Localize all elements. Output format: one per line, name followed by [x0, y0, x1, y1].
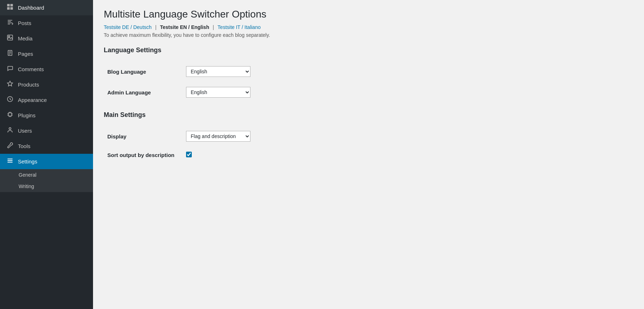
submenu-label-writing: Writing [19, 183, 34, 189]
sort-output-label: Sort output by description [107, 152, 175, 158]
sidebar-item-users[interactable]: Users [0, 123, 93, 138]
main-settings-heading: Main Settings [104, 111, 633, 119]
sidebar-item-tools[interactable]: Tools [0, 138, 93, 154]
svg-rect-8 [9, 113, 12, 116]
svg-rect-4 [8, 35, 13, 40]
dashboard-icon [6, 4, 14, 12]
sidebar-item-plugins[interactable]: Plugins [0, 108, 93, 123]
sidebar-item-posts[interactable]: Posts [0, 15, 93, 31]
sidebar-item-label: Media [18, 35, 33, 41]
sidebar-item-label: Tools [18, 143, 30, 149]
blog-language-row: Blog Language English Deutsch Italiano F… [104, 61, 633, 82]
site-link-en-current: Testsite EN / English [160, 24, 209, 30]
submenu-item-writing[interactable]: Writing [0, 181, 93, 192]
language-settings-heading: Language Settings [104, 46, 633, 54]
display-row: Display Flag and description Flag only D… [104, 126, 633, 147]
admin-language-row: Admin Language English Deutsch Italiano … [104, 82, 633, 103]
sidebar-item-media[interactable]: Media [0, 31, 93, 46]
svg-rect-1 [10, 4, 13, 6]
media-icon [6, 34, 14, 43]
svg-rect-2 [7, 7, 10, 10]
svg-rect-10 [8, 159, 13, 160]
sidebar-item-label: Appearance [18, 97, 47, 103]
submenu-label-general: General [19, 172, 36, 178]
display-select[interactable]: Flag and description Flag only Descripti… [186, 131, 250, 142]
settings-submenu: General Writing [0, 169, 93, 192]
main-settings-table: Display Flag and description Flag only D… [104, 126, 633, 163]
svg-rect-12 [8, 162, 13, 163]
svg-rect-11 [8, 160, 13, 161]
sidebar-item-label: Users [18, 128, 32, 134]
products-icon [6, 80, 14, 89]
display-label: Display [107, 133, 126, 139]
sidebar-item-label: Pages [18, 51, 33, 57]
sort-output-row: Sort output by description [104, 147, 633, 163]
sidebar-item-label: Posts [18, 20, 31, 26]
separator-1: | [155, 24, 158, 30]
language-settings-table: Blog Language English Deutsch Italiano F… [104, 61, 633, 103]
sidebar-item-settings[interactable]: Settings [0, 154, 93, 169]
comments-icon [6, 65, 14, 73]
tools-icon [6, 142, 14, 150]
site-link-it[interactable]: Testsite IT / Italiano [218, 24, 260, 30]
subtitle: To achieve maximum flexibility, you have… [104, 32, 633, 38]
sidebar-item-pages[interactable]: Pages [0, 46, 93, 62]
sidebar-item-products[interactable]: Products [0, 77, 93, 92]
site-links: Testsite DE / Deutsch | Testsite EN / En… [104, 24, 633, 30]
sidebar-item-label: Plugins [18, 112, 35, 118]
site-link-de[interactable]: Testsite DE / Deutsch [104, 24, 152, 30]
posts-icon [6, 19, 14, 27]
sidebar: Dashboard Posts Media Pages Comments Pro… [0, 0, 93, 309]
submenu-item-general[interactable]: General [0, 169, 93, 181]
svg-rect-3 [10, 7, 13, 10]
plugins-icon [6, 111, 14, 119]
pages-icon [6, 50, 14, 58]
sidebar-item-comments[interactable]: Comments [0, 62, 93, 77]
sidebar-item-label: Comments [18, 66, 44, 72]
sidebar-item-label: Dashboard [18, 5, 44, 11]
admin-language-label: Admin Language [107, 89, 151, 95]
blog-language-select[interactable]: English Deutsch Italiano Français Españo… [186, 66, 250, 77]
separator-2: | [213, 24, 216, 30]
settings-icon [6, 157, 14, 166]
admin-language-select[interactable]: English Deutsch Italiano Français Españo… [186, 87, 250, 98]
svg-rect-0 [7, 4, 10, 6]
sidebar-item-appearance[interactable]: Appearance [0, 92, 93, 108]
sort-output-checkbox[interactable] [186, 152, 192, 157]
sidebar-item-label: Products [18, 82, 39, 88]
appearance-icon [6, 96, 14, 104]
users-icon [6, 127, 14, 135]
sidebar-item-label: Settings [18, 158, 37, 165]
blog-language-label: Blog Language [107, 69, 146, 75]
svg-point-9 [9, 128, 11, 129]
page-title: Multisite Language Switcher Options [104, 9, 633, 20]
sidebar-item-dashboard[interactable]: Dashboard [0, 0, 93, 15]
main-content: Multisite Language Switcher Options Test… [93, 0, 644, 309]
